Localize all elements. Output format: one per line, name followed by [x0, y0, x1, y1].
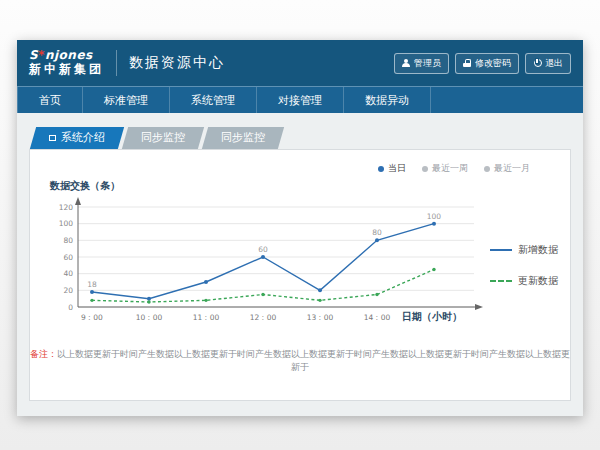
user-icon — [402, 59, 410, 67]
power-icon — [533, 59, 541, 67]
company-logo: S*njones 新中新集团 — [29, 49, 104, 77]
svg-text:40: 40 — [63, 269, 73, 278]
nav-item-data-change[interactable]: 数据异动 — [344, 87, 431, 113]
nav-item-system-mgmt[interactable]: 系统管理 — [170, 87, 257, 113]
tab-sync-monitor-2[interactable]: 同步监控 — [202, 127, 284, 149]
svg-text:11：00: 11：00 — [193, 313, 220, 322]
note-text: 以上数据更新于时间产生数据以上数据更新于时间产生数据以上数据更新于时间产生数据以… — [57, 349, 570, 372]
logo-company-name: 新中新集团 — [29, 63, 104, 77]
svg-text:14：00: 14：00 — [364, 313, 391, 322]
tab-sync-monitor-1[interactable]: 同步监控 — [122, 127, 204, 149]
legend-item-update-data[interactable]: 更新数据 — [490, 274, 558, 288]
legend-label-new: 新增数据 — [518, 243, 558, 257]
period-filter-legend: 当日 最近一周 最近一月 — [42, 162, 530, 175]
legend-item-new-data[interactable]: 新增数据 — [490, 243, 558, 257]
lock-icon — [463, 59, 471, 67]
main-nav: 首页 标准管理 系统管理 对接管理 数据异动 — [17, 86, 583, 113]
logo-star-icon: * — [38, 48, 45, 62]
change-password-button[interactable]: 修改密码 — [455, 53, 519, 74]
dot-icon — [484, 166, 490, 172]
filter-last-week-label: 最近一周 — [432, 162, 468, 175]
chart-row: 0204060801001209：0010：0011：0012：0013：001… — [42, 195, 558, 324]
svg-text:60: 60 — [258, 245, 268, 254]
y-axis-title: 数据交换（条） — [50, 179, 558, 193]
chart-panel: 当日 最近一周 最近一月 数据交换（条） 0204060801001209：00… — [29, 149, 571, 401]
tab-label: 系统介绍 — [61, 131, 105, 144]
tab-label: 同步监控 — [221, 131, 265, 144]
legend-line-new — [490, 249, 512, 251]
logo-text-prefix: S — [29, 48, 38, 62]
legend-label-update: 更新数据 — [518, 274, 558, 288]
svg-text:100: 100 — [59, 219, 74, 228]
dot-icon — [422, 166, 428, 172]
svg-text:20: 20 — [63, 286, 73, 295]
header-actions: 管理员 修改密码 退出 — [394, 53, 571, 74]
svg-text:100: 100 — [427, 212, 442, 221]
svg-text:9：00: 9：00 — [81, 313, 103, 322]
svg-text:10：00: 10：00 — [136, 313, 163, 322]
svg-text:12：00: 12：00 — [250, 313, 277, 322]
svg-text:60: 60 — [63, 253, 73, 262]
series-legend: 新增数据 更新数据 — [490, 243, 558, 324]
svg-text:0: 0 — [68, 303, 73, 312]
legend-line-update — [490, 280, 512, 282]
nav-item-home[interactable]: 首页 — [17, 87, 83, 113]
filter-last-month-label: 最近一月 — [494, 162, 530, 175]
tab-bar: 系统介绍 同步监控 同步监控 — [33, 127, 571, 149]
svg-text:120: 120 — [59, 203, 74, 212]
filter-today-label: 当日 — [388, 162, 406, 175]
admin-user-button[interactable]: 管理员 — [394, 53, 449, 74]
app-header: S*njones 新中新集团 数据资源中心 管理员 修改密码 退出 — [17, 40, 583, 86]
filter-today[interactable]: 当日 — [378, 162, 406, 175]
nav-item-standard-mgmt[interactable]: 标准管理 — [83, 87, 170, 113]
tab-system-intro[interactable]: 系统介绍 — [30, 127, 124, 149]
footnote: 备注：以上数据更新于时间产生数据以上数据更新于时间产生数据以上数据更新于时间产生… — [30, 348, 570, 374]
header-divider — [116, 50, 117, 76]
logout-label: 退出 — [545, 57, 563, 70]
chart-column: 0204060801001209：0010：0011：0012：0013：001… — [42, 195, 490, 324]
nav-item-docking-mgmt[interactable]: 对接管理 — [257, 87, 344, 113]
svg-text:80: 80 — [63, 236, 73, 245]
grid-icon — [49, 135, 56, 141]
logo-wordmark: S*njones — [29, 49, 104, 63]
filter-last-month[interactable]: 最近一月 — [484, 162, 530, 175]
logout-button[interactable]: 退出 — [525, 53, 571, 74]
admin-user-label: 管理员 — [414, 57, 441, 70]
svg-text:18: 18 — [87, 280, 97, 289]
logo-text-suffix: njones — [45, 48, 93, 62]
page-title: 数据资源中心 — [129, 54, 225, 72]
svg-text:80: 80 — [372, 228, 382, 237]
dot-icon — [378, 166, 384, 172]
filter-last-week[interactable]: 最近一周 — [422, 162, 468, 175]
change-password-label: 修改密码 — [475, 57, 511, 70]
tab-label: 同步监控 — [141, 131, 185, 144]
line-chart: 0204060801001209：0010：0011：0012：0013：001… — [42, 195, 488, 327]
content-area: 系统介绍 同步监控 同步监控 当日 最近一周 — [17, 113, 583, 416]
note-label: 备注： — [30, 349, 57, 359]
app-window: S*njones 新中新集团 数据资源中心 管理员 修改密码 退出 首页 标准管… — [17, 40, 583, 416]
svg-text:13：00: 13：00 — [307, 313, 334, 322]
